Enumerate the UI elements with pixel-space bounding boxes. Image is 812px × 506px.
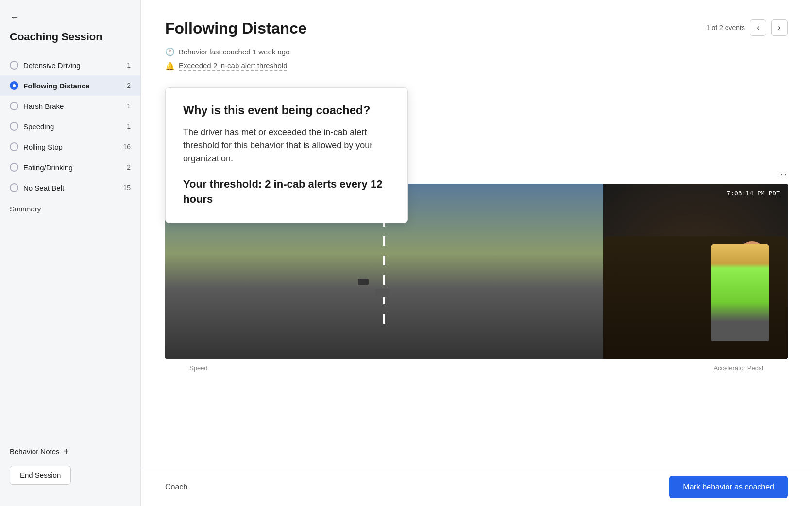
sidebar-item-speeding[interactable]: Speeding 1 [0,116,140,137]
main-content: Following Distance 🕐 Behavior last coach… [141,0,812,506]
event-nav-label: 1 of 2 events [706,24,745,32]
nav-item-count: 1 [127,61,131,69]
nav-circle [10,122,18,131]
event-navigation: 1 of 2 events ‹ › [706,19,788,36]
nav-item-label: Harsh Brake [23,102,122,110]
bottom-bar: Coach Mark behavior as coached [141,468,812,506]
cab-driver-body [711,244,769,341]
coaching-reason-popup: Why is this event being coached? The dri… [165,87,408,223]
sidebar-item-harsh-brake[interactable]: Harsh Brake 1 [0,96,140,116]
nav-item-label: Rolling Stop [23,143,118,151]
nav-item-count: 15 [123,184,131,192]
nav-circle [10,102,18,110]
event-next-button[interactable]: › [771,19,788,36]
nav-item-label: No Seat Belt [23,184,118,192]
page-title: Following Distance [165,19,788,37]
nav-item-count: 16 [123,143,131,151]
popup-threshold: Your threshold: 2 in-cab alerts every 12… [183,177,390,207]
last-coached-text: Behavior last coached 1 week ago [179,48,289,56]
behavior-notes-label: Behavior Notes [10,447,60,455]
sidebar-nav: Defensive Driving 1 Following Distance 2… [0,55,140,436]
alert-threshold-meta: 🔔 Exceeded 2 in-cab alert threshold [165,61,788,71]
sidebar-item-eating-drinking[interactable]: Eating/Drinking 2 [0,157,140,177]
sidebar-item-following-distance[interactable]: Following Distance 2 [0,75,140,96]
popup-body: The driver has met or exceeded the in-ca… [183,126,390,165]
nav-circle-active [10,81,18,90]
cab-camera-view: 7:03:14 PM PDT [603,184,788,359]
nav-item-count: 1 [127,102,131,110]
back-button[interactable]: ← [0,12,140,31]
clock-icon: 🕐 [165,47,175,56]
sidebar-item-rolling-stop[interactable]: Rolling Stop 16 [0,137,140,157]
add-behavior-note-button[interactable]: + [64,446,69,456]
sidebar-footer: End Session [0,456,140,494]
nav-circle [10,142,18,151]
sidebar-item-no-seat-belt[interactable]: No Seat Belt 15 [0,177,140,198]
nav-item-label: Defensive Driving [23,61,122,70]
event-prev-button[interactable]: ‹ [750,19,766,36]
back-icon: ← [10,12,19,22]
last-coached-meta: 🕐 Behavior last coached 1 week ago [165,47,788,56]
nav-item-count: 1 [127,122,131,130]
road-vehicle-2 [358,279,369,285]
sidebar-item-defensive-driving[interactable]: Defensive Driving 1 [0,55,140,75]
sidebar-summary[interactable]: Summary [0,198,140,220]
nav-circle [10,61,18,70]
nav-circle [10,163,18,172]
coach-label: Coach [165,483,187,491]
nav-item-label: Speeding [23,122,122,131]
nav-item-label: Eating/Drinking [23,163,122,172]
mark-coached-button[interactable]: Mark behavior as coached [669,476,788,498]
nav-item-count: 2 [127,163,131,171]
nav-item-count: 2 [127,82,131,89]
sidebar: ← Coaching Session Defensive Driving 1 F… [0,0,141,506]
road-vehicle-1 [375,289,390,297]
speed-chart-label: Speed [189,365,208,372]
end-session-button[interactable]: End Session [10,466,71,485]
sidebar-title: Coaching Session [0,31,140,55]
cab-timestamp: 7:03:14 PM PDT [727,190,780,197]
video-more-button[interactable]: ··· [777,169,788,180]
road-lane-line [383,219,385,324]
nav-circle [10,183,18,192]
accelerator-chart-label: Accelerator Pedal [713,365,763,372]
chart-labels: Speed Accelerator Pedal [189,361,763,372]
popup-title: Why is this event being coached? [183,104,390,117]
main-inner: Following Distance 🕐 Behavior last coach… [141,0,812,468]
alert-threshold-text: Exceeded 2 in-cab alert threshold [179,61,287,71]
bell-icon: 🔔 [165,62,175,71]
behavior-notes-section: Behavior Notes + [0,436,140,456]
nav-item-label: Following Distance [23,82,122,90]
